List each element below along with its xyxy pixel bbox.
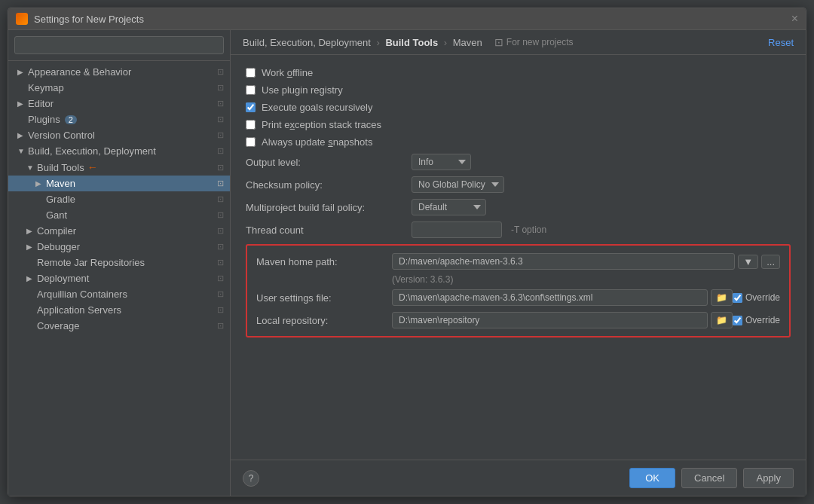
sidebar-item-compiler[interactable]: ▶ Compiler ⊡ bbox=[8, 223, 230, 239]
maven-version: (Version: 3.6.3) bbox=[392, 274, 780, 285]
bottom-bar: ? OK Cancel Apply bbox=[231, 460, 806, 496]
expand-arrow: ▶ bbox=[17, 131, 25, 139]
settings-copy-icon: ⊡ bbox=[217, 226, 224, 236]
sidebar-item-label: Gant bbox=[46, 209, 67, 221]
settings-copy-icon: ⊡ bbox=[217, 194, 224, 204]
user-settings-override-label: Override bbox=[745, 292, 780, 303]
sidebar-item-version-control[interactable]: ▶ Version Control ⊡ bbox=[8, 127, 230, 143]
user-settings-override: Override bbox=[733, 292, 780, 303]
sidebar-item-label: Appearance & Behavior bbox=[28, 66, 131, 78]
app-icon bbox=[16, 13, 28, 25]
user-settings-row: User settings file: 📁 Override bbox=[256, 289, 780, 306]
sidebar-tree: ▶ Appearance & Behavior ⊡ Keymap ⊡ ▶ Edi… bbox=[8, 61, 230, 496]
search-input[interactable] bbox=[14, 36, 224, 54]
sidebar-item-arquillian[interactable]: Arquillian Containers ⊡ bbox=[8, 286, 230, 302]
breadcrumb-part1: Build, Execution, Deployment bbox=[243, 37, 371, 48]
settings-copy-icon: ⊡ bbox=[217, 130, 224, 140]
multiproject-policy-control: Default Never At End Immediately bbox=[412, 199, 486, 215]
sidebar-item-label: Remote Jar Repositories bbox=[37, 257, 145, 268]
apply-button[interactable]: Apply bbox=[743, 468, 794, 488]
user-settings-browse-btn[interactable]: 📁 bbox=[711, 289, 733, 306]
cancel-button[interactable]: Cancel bbox=[681, 468, 737, 488]
sidebar-item-keymap[interactable]: Keymap ⊡ bbox=[8, 80, 230, 96]
sidebar-item-deployment[interactable]: ▶ Deployment ⊡ bbox=[8, 270, 230, 286]
local-repo-browse-btn[interactable]: 📁 bbox=[711, 312, 733, 328]
thread-count-row: Thread count -T option bbox=[246, 221, 791, 238]
sidebar-item-label: Arquillian Containers bbox=[37, 289, 127, 300]
execute-goals-checkbox[interactable] bbox=[246, 102, 256, 112]
breadcrumb-sep1: › bbox=[376, 37, 382, 48]
checksum-policy-label: Checksum policy: bbox=[246, 179, 412, 191]
sidebar-item-maven[interactable]: ▶ Maven ⊡ bbox=[8, 176, 230, 191]
sidebar-item-label: Deployment bbox=[37, 273, 89, 284]
help-button[interactable]: ? bbox=[243, 470, 259, 487]
maven-home-input[interactable] bbox=[392, 253, 735, 270]
sidebar-item-build-tools[interactable]: ▼ Build Tools ← ⊡ bbox=[8, 159, 230, 176]
sidebar-item-app-servers[interactable]: Application Servers ⊡ bbox=[8, 302, 230, 318]
maven-section: Maven home path: ▼ ... (Version: 3.6.3) … bbox=[246, 244, 791, 338]
sidebar-item-appearance[interactable]: ▶ Appearance & Behavior ⊡ bbox=[8, 64, 230, 80]
sidebar-item-build-execution[interactable]: ▼ Build, Execution, Deployment ⊡ bbox=[8, 143, 230, 159]
settings-copy-icon: ⊡ bbox=[217, 146, 224, 156]
settings-copy-icon: ⊡ bbox=[217, 115, 224, 124]
checksum-policy-select[interactable]: No Global Policy Strict Warn Ignore bbox=[412, 176, 504, 193]
settings-copy-icon: ⊡ bbox=[217, 163, 224, 173]
maven-home-dropdown-btn[interactable]: ▼ bbox=[738, 255, 758, 269]
sidebar: ▶ Appearance & Behavior ⊡ Keymap ⊡ ▶ Edi… bbox=[8, 30, 231, 496]
dialog-title: Settings for New Projects bbox=[34, 14, 144, 25]
use-plugin-checkbox[interactable] bbox=[246, 85, 256, 95]
sidebar-item-gradle[interactable]: Gradle ⊡ bbox=[8, 191, 230, 207]
t-option-label: -T option bbox=[511, 225, 546, 235]
thread-count-label: Thread count bbox=[246, 225, 412, 236]
local-repo-row: Local repository: 📁 Override bbox=[256, 312, 780, 328]
print-exception-checkbox[interactable] bbox=[246, 120, 256, 130]
thread-count-input[interactable] bbox=[412, 221, 502, 238]
expand-arrow: ▼ bbox=[26, 163, 34, 172]
sidebar-item-label: Keymap bbox=[28, 82, 64, 93]
sidebar-item-label: Plugins bbox=[28, 114, 60, 125]
breadcrumb-bar: Build, Execution, Deployment › Build Too… bbox=[231, 30, 806, 55]
user-settings-label: User settings file: bbox=[256, 292, 392, 304]
sidebar-item-label: Build, Execution, Deployment bbox=[28, 145, 156, 157]
work-offline-checkbox[interactable] bbox=[246, 68, 256, 78]
main-panel: Build, Execution, Deployment › Build Too… bbox=[231, 30, 806, 496]
sidebar-item-editor[interactable]: ▶ Editor ⊡ bbox=[8, 96, 230, 111]
expand-arrow: ▼ bbox=[17, 147, 25, 155]
checksum-policy-row: Checksum policy: No Global Policy Strict… bbox=[246, 176, 791, 193]
reset-button[interactable]: Reset bbox=[768, 37, 794, 48]
local-repo-field: 📁 bbox=[392, 312, 733, 328]
sidebar-item-debugger[interactable]: ▶ Debugger ⊡ bbox=[8, 239, 230, 255]
settings-copy-icon: ⊡ bbox=[217, 83, 224, 93]
sidebar-item-coverage[interactable]: Coverage ⊡ bbox=[8, 318, 230, 334]
sidebar-item-label: Version Control bbox=[28, 130, 95, 141]
maven-home-label: Maven home path: bbox=[256, 256, 392, 267]
close-button[interactable]: × bbox=[791, 13, 798, 25]
user-settings-input[interactable] bbox=[392, 289, 708, 306]
sidebar-item-plugins[interactable]: Plugins 2 ⊡ bbox=[8, 111, 230, 127]
breadcrumb: Build, Execution, Deployment › Build Too… bbox=[243, 37, 482, 48]
user-settings-override-checkbox[interactable] bbox=[733, 293, 742, 303]
local-repo-override-label: Override bbox=[745, 315, 780, 325]
action-buttons: OK Cancel Apply bbox=[629, 468, 794, 488]
multiproject-policy-select[interactable]: Default Never At End Immediately bbox=[412, 199, 486, 215]
breadcrumb-part3: Maven bbox=[453, 37, 482, 48]
always-update-checkbox[interactable] bbox=[246, 137, 256, 147]
settings-dialog: Settings for New Projects × ▶ Appearance… bbox=[8, 8, 806, 496]
maven-home-browse-btn[interactable]: ... bbox=[761, 255, 780, 269]
maven-home-row: Maven home path: ▼ ... bbox=[256, 253, 780, 270]
sidebar-item-remote-jar[interactable]: Remote Jar Repositories ⊡ bbox=[8, 255, 230, 270]
checkbox-execute-goals: Execute goals recursively bbox=[246, 102, 791, 113]
ok-button[interactable]: OK bbox=[629, 468, 675, 488]
always-update-label: Always update snapshots bbox=[262, 136, 372, 148]
settings-copy-icon: ⊡ bbox=[217, 305, 224, 315]
settings-body: Work offline Use plugin registry Execute… bbox=[231, 55, 806, 460]
checksum-policy-control: No Global Policy Strict Warn Ignore bbox=[412, 176, 504, 193]
output-level-select[interactable]: Info Debug Warning Error bbox=[412, 154, 471, 170]
thread-count-control: -T option bbox=[412, 221, 546, 238]
search-box bbox=[8, 30, 230, 61]
sidebar-item-gant[interactable]: Gant ⊡ bbox=[8, 207, 230, 223]
local-repo-input[interactable] bbox=[392, 312, 708, 328]
checkbox-work-offline: Work offline bbox=[246, 67, 791, 78]
expand-arrow: ▶ bbox=[17, 99, 25, 108]
local-repo-override-checkbox[interactable] bbox=[733, 316, 742, 325]
